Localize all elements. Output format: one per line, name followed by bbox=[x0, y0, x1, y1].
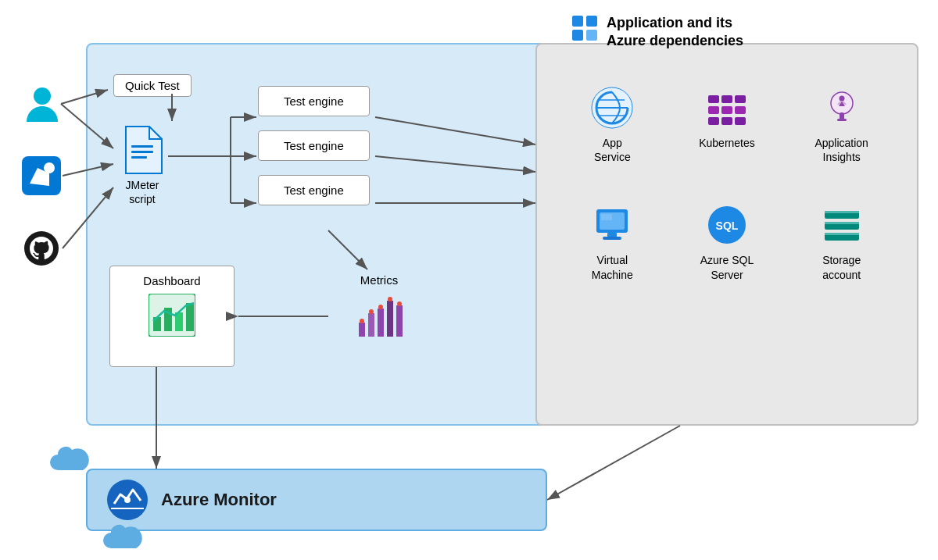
virtual-machine-icon bbox=[590, 203, 634, 247]
svg-rect-8 bbox=[131, 145, 153, 148]
diagram-container: Azure Load Testing Application and itsAz… bbox=[0, 0, 938, 560]
service-kubernetes: Kubernetes bbox=[670, 86, 785, 164]
svg-point-38 bbox=[839, 96, 844, 102]
test-engine-2: Test engine bbox=[258, 130, 370, 161]
svg-point-7 bbox=[24, 231, 59, 266]
jmeter-document-icon bbox=[121, 125, 163, 175]
services-grid: AppService Kubernetes bbox=[547, 62, 907, 305]
svg-rect-40 bbox=[837, 119, 847, 121]
svg-point-55 bbox=[124, 497, 131, 503]
svg-rect-9 bbox=[131, 151, 153, 153]
svg-rect-28 bbox=[708, 95, 719, 103]
svg-rect-2 bbox=[572, 30, 583, 41]
dashboard-box: Dashboard bbox=[109, 266, 234, 367]
github-icon bbox=[23, 230, 59, 266]
metrics-label: Metrics bbox=[360, 273, 398, 287]
svg-rect-20 bbox=[387, 301, 393, 337]
virtual-machine-label: VirtualMachine bbox=[592, 253, 633, 281]
svg-rect-21 bbox=[396, 305, 403, 337]
svg-rect-19 bbox=[378, 309, 384, 337]
app-service-icon bbox=[590, 86, 634, 130]
svg-rect-45 bbox=[603, 237, 621, 240]
azure-monitor-box: Azure Monitor bbox=[86, 469, 547, 531]
actor-devops bbox=[22, 156, 61, 198]
svg-rect-36 bbox=[735, 117, 746, 125]
app-insights-label: ApplicationInsights bbox=[814, 136, 868, 164]
svg-point-4 bbox=[34, 87, 51, 105]
quick-test-label: Quick Test bbox=[125, 79, 180, 92]
svg-rect-15 bbox=[186, 303, 194, 331]
svg-line-75 bbox=[547, 426, 680, 500]
svg-point-6 bbox=[44, 162, 55, 173]
svg-rect-10 bbox=[131, 156, 147, 159]
metrics-chart-icon bbox=[356, 293, 403, 338]
azure-monitor-icon bbox=[106, 479, 149, 521]
svg-rect-1 bbox=[586, 16, 597, 27]
dashboard-chart-icon bbox=[149, 294, 195, 337]
svg-rect-17 bbox=[359, 323, 365, 337]
svg-rect-35 bbox=[721, 117, 732, 125]
svg-rect-32 bbox=[721, 106, 732, 114]
svg-point-26 bbox=[397, 301, 402, 306]
quick-test-box: Quick Test bbox=[113, 74, 192, 97]
app-insights-icon bbox=[820, 86, 864, 130]
person-icon bbox=[25, 86, 59, 125]
app-service-label: AppService bbox=[594, 136, 631, 164]
svg-rect-31 bbox=[708, 106, 719, 114]
test-engines-area: Test engine Test engine Test engine bbox=[258, 86, 370, 205]
azure-monitor-title: Azure Monitor bbox=[161, 490, 277, 510]
svg-rect-29 bbox=[721, 95, 732, 103]
grid-icon bbox=[571, 14, 599, 42]
svg-point-25 bbox=[388, 297, 392, 301]
test-engine-1: Test engine bbox=[258, 86, 370, 116]
svg-point-24 bbox=[378, 305, 383, 309]
cloud-icon-left bbox=[48, 445, 91, 473]
svg-text:SQL: SQL bbox=[716, 219, 739, 232]
svg-rect-0 bbox=[572, 16, 583, 27]
svg-rect-43 bbox=[601, 214, 612, 220]
storage-account-label: Storageaccount bbox=[822, 253, 861, 281]
cloud-bottom-left bbox=[48, 445, 91, 476]
svg-rect-3 bbox=[586, 30, 597, 41]
dashboard-label: Dashboard bbox=[143, 274, 200, 287]
metrics-box: Metrics bbox=[328, 266, 430, 367]
service-azure-sql: SQL Azure SQLServer bbox=[670, 203, 785, 281]
app-deps-header: Application and itsAzure dependencies bbox=[571, 14, 743, 51]
service-app-service: AppService bbox=[555, 86, 670, 164]
kubernetes-icon bbox=[705, 86, 749, 130]
svg-rect-33 bbox=[735, 106, 746, 114]
svg-rect-30 bbox=[735, 95, 746, 103]
app-deps-title: Application and itsAzure dependencies bbox=[607, 14, 743, 51]
svg-rect-18 bbox=[368, 313, 374, 337]
service-virtual-machine: VirtualMachine bbox=[555, 203, 670, 281]
cloud-bottom-center bbox=[102, 523, 144, 555]
jmeter-label: JMeterscript bbox=[126, 178, 159, 206]
azure-sql-label: Azure SQLServer bbox=[700, 253, 754, 281]
storage-account-icon bbox=[820, 203, 864, 247]
svg-point-22 bbox=[360, 319, 364, 323]
svg-rect-34 bbox=[708, 117, 719, 125]
svg-rect-53 bbox=[825, 233, 859, 235]
service-storage-account: Storageaccount bbox=[784, 203, 899, 281]
cloud-icon-center bbox=[102, 523, 144, 551]
service-app-insights: ApplicationInsights bbox=[784, 86, 899, 164]
test-engine-3: Test engine bbox=[258, 175, 370, 205]
kubernetes-label: Kubernetes bbox=[699, 136, 755, 150]
devops-icon bbox=[22, 156, 61, 195]
actor-github bbox=[23, 230, 59, 269]
jmeter-script-area: JMeterscript bbox=[121, 125, 163, 206]
azure-sql-icon: SQL bbox=[705, 203, 749, 247]
svg-point-23 bbox=[369, 309, 374, 314]
svg-rect-51 bbox=[825, 222, 859, 224]
actor-person bbox=[25, 86, 59, 128]
svg-rect-49 bbox=[825, 211, 859, 213]
